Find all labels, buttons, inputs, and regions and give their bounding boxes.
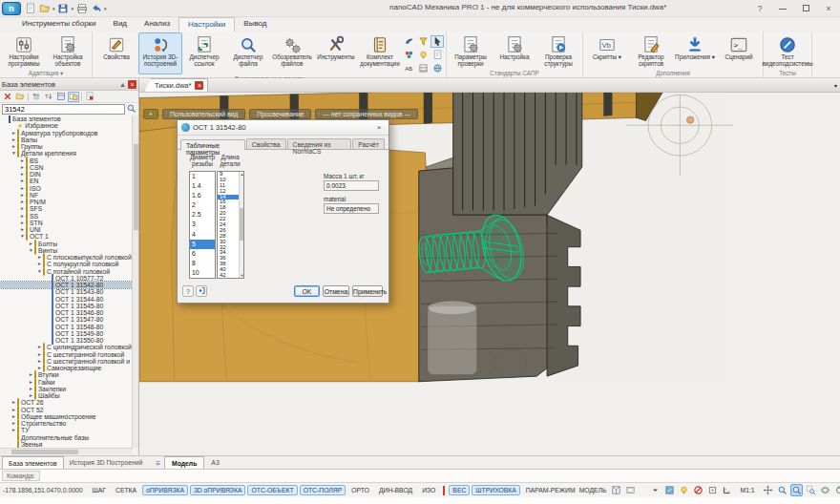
tree-item[interactable]: ▸Строительство <box>0 420 133 427</box>
add-view-button[interactable]: + <box>143 109 158 119</box>
tree-item[interactable]: ОСТ 1 31543-80 <box>0 288 133 295</box>
tree-expand-icon[interactable]: ▸ <box>19 192 26 199</box>
tab-Настройки[interactable]: Настройки <box>178 17 235 32</box>
tree-expand-icon[interactable]: ▾ <box>10 150 17 157</box>
tree-expand-icon[interactable]: ▸ <box>36 261 43 267</box>
cancel-button[interactable]: Отмена <box>323 285 349 297</box>
tree-expand-icon[interactable]: ▸ <box>10 427 17 433</box>
layout-tab-А3[interactable]: А3 <box>204 456 225 469</box>
tree-item[interactable]: ▸Арматура трубопроводов <box>0 130 133 136</box>
tree-expand-icon[interactable]: ▾ <box>28 247 34 254</box>
ribbon-button[interactable]: Редактор скриптов <box>629 32 673 69</box>
tree-expand-icon[interactable]: ▸ <box>36 344 43 350</box>
view-chip[interactable]: Просвечивание <box>249 109 311 119</box>
apply-button[interactable]: Применить <box>352 285 383 297</box>
tree-expand-icon[interactable]: ▸ <box>10 420 17 427</box>
tree-expand-icon[interactable]: ▸ <box>10 399 17 406</box>
tree-expand-icon[interactable]: ▸ <box>19 220 26 226</box>
tree-item[interactable]: ▸UNI <box>0 226 133 233</box>
list-item[interactable]: 2.5 <box>190 210 215 220</box>
tree-vertical-scrollbar[interactable] <box>132 116 138 448</box>
group-icon[interactable] <box>31 92 42 102</box>
maximize-button[interactable] <box>798 3 813 15</box>
tree-item[interactable]: ▸Самонарезающие <box>0 365 133 371</box>
tree-item[interactable]: ▸CSN <box>0 164 133 171</box>
tree-item[interactable]: ОСТ 1 31546-80 <box>0 309 133 316</box>
tab-Вид[interactable]: Вид <box>105 17 136 32</box>
tree-item[interactable]: ▸Шайбы <box>0 392 133 399</box>
view-chip[interactable]: --- нет сохраненных видов --- <box>315 109 418 119</box>
dialog-tab[interactable]: Сведения из NormaCS <box>287 138 352 149</box>
ribbon-button[interactable]: Свойства <box>94 32 138 74</box>
tree-item[interactable]: ▸NF <box>0 192 133 199</box>
layout-icon[interactable] <box>624 484 637 496</box>
dropdown-icon[interactable]: ▾ <box>72 6 74 11</box>
dropdown-icon[interactable]: ▾ <box>104 6 107 11</box>
list-item[interactable]: 1 <box>190 172 215 181</box>
toggle-ОРТО[interactable]: ОРТО <box>347 485 373 495</box>
search-icon[interactable] <box>126 103 136 116</box>
zoom-window-icon[interactable] <box>805 484 817 496</box>
dialog-tab[interactable]: Табличные параметры <box>180 139 245 150</box>
toggle-ШТРИХОВКА[interactable]: ШТРИХОВКА <box>472 485 519 495</box>
tree-expand-icon[interactable]: ▸ <box>19 226 26 233</box>
tree-horizontal-scrollbar[interactable] <box>0 448 133 454</box>
list-item[interactable]: 2 <box>190 200 215 210</box>
delete-icon[interactable] <box>2 92 13 102</box>
bulb-icon[interactable] <box>678 484 690 496</box>
scroll-down-icon[interactable]: ▼ <box>240 273 244 278</box>
ribbon-button[interactable]: Настройка <box>493 32 536 69</box>
list-item[interactable]: 42 <box>218 273 240 279</box>
list-item[interactable]: 1.6 <box>190 191 215 200</box>
model-space-icon[interactable] <box>610 484 622 496</box>
zoom-icon[interactable] <box>776 484 788 496</box>
ab-text-icon[interactable]: АБ <box>402 62 415 74</box>
palette-icon[interactable] <box>402 49 415 61</box>
tabbar-overflow-icon[interactable]: ▾ <box>834 82 837 89</box>
tree-item[interactable]: ▸Группы <box>0 143 133 150</box>
scroll-up-icon[interactable]: ▲ <box>240 172 244 177</box>
ribbon-button[interactable]: Проверка структуры <box>536 32 580 69</box>
minimize-button[interactable] <box>775 3 790 15</box>
pointer-icon[interactable] <box>430 35 444 48</box>
page-edit-icon[interactable] <box>430 49 444 61</box>
tree-expand-icon[interactable]: ▸ <box>19 178 26 184</box>
new-file-icon[interactable] <box>24 2 36 14</box>
tree-item[interactable]: ▸ОСТ 26 <box>0 399 133 406</box>
dialog-tab[interactable]: Свойства <box>246 138 286 149</box>
list-item[interactable]: 6 <box>190 249 215 259</box>
tree-item[interactable]: ▸PN/M <box>0 199 133 205</box>
ribbon-button[interactable]: VbСкрипты ▾ <box>585 32 629 69</box>
app-logo-icon[interactable]: n <box>2 2 21 15</box>
tree-item[interactable]: ОСТ 1 31548-80 <box>0 324 133 330</box>
tree-item[interactable]: ▸ТУ <box>0 427 133 433</box>
panel-close-icon[interactable]: × <box>128 80 136 89</box>
tree-item[interactable]: ▸SS <box>0 213 133 220</box>
panel-tab[interactable]: История 3D Построений <box>64 456 149 469</box>
tree-item[interactable]: ▸С полукруглой головкой <box>0 261 133 267</box>
field-value[interactable]: Не определено <box>324 203 379 214</box>
window-icon[interactable] <box>55 92 67 102</box>
tab-Вывод[interactable]: Вывод <box>235 17 275 32</box>
tree-expand-icon[interactable]: ▸ <box>36 358 43 365</box>
ribbon-button[interactable]: История 3D-построений <box>138 32 182 74</box>
search-input[interactable] <box>2 104 125 115</box>
close-button[interactable]: × <box>821 3 836 15</box>
toggle-ДИН-ВВОД[interactable]: ДИН-ВВОД <box>375 485 416 495</box>
ribbon-button[interactable]: Инструменты <box>314 32 358 74</box>
pan-icon[interactable] <box>762 484 774 496</box>
list-item[interactable]: 8 <box>190 259 215 268</box>
report-icon[interactable] <box>84 92 95 102</box>
tree-expand-icon[interactable]: ▸ <box>10 143 17 150</box>
snap-marker-icon[interactable] <box>706 484 719 496</box>
tree-item[interactable]: База элементов <box>0 116 133 122</box>
dropdown-icon[interactable]: ▾ <box>52 6 55 11</box>
tree-expand-icon[interactable]: ▸ <box>10 413 17 420</box>
help-button[interactable]: ? <box>752 3 767 15</box>
dialog-tab[interactable]: Расчёт <box>352 138 385 149</box>
paint-icon[interactable] <box>402 35 415 48</box>
tree-expand-icon[interactable]: ▸ <box>36 351 43 358</box>
tree-item[interactable]: ★Избранное <box>0 122 133 129</box>
list-item[interactable]: 5 <box>190 240 215 249</box>
tree-item[interactable]: ▸ОСТ 52 <box>0 407 133 413</box>
